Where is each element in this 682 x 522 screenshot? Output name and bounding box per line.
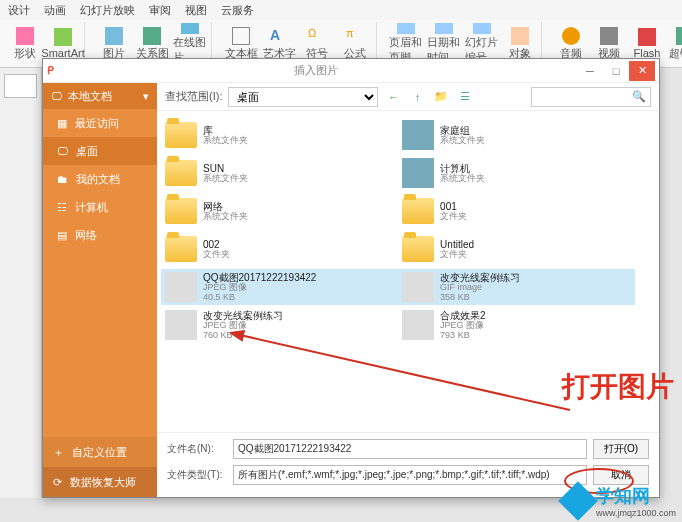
file-item[interactable]: 家庭组系统文件夹 xyxy=(398,117,635,153)
refresh-icon: ⟳ xyxy=(53,476,62,489)
app-logo-icon: ᑭ xyxy=(47,64,54,77)
file-name: Untitled xyxy=(440,239,474,250)
insert-picture-dialog: ᑭ 插入图片 ─ □ ✕ 🖵 本地文档 ▾ ▦最近访问 🖵桌面 🖿我的文档 ☷计… xyxy=(42,58,660,498)
search-input[interactable]: 🔍 xyxy=(531,87,651,107)
system-icon xyxy=(402,158,434,188)
header-icon xyxy=(397,23,415,34)
file-item[interactable]: 库系统文件夹 xyxy=(161,117,398,153)
folder-icon xyxy=(402,196,434,226)
slide-panel xyxy=(0,68,42,498)
file-item[interactable]: QQ截图20171222193422JPEG 图像40.5 KB xyxy=(161,269,398,305)
menu-item[interactable]: 视图 xyxy=(185,3,207,18)
shape-button[interactable]: 形状 xyxy=(8,23,42,65)
slidenum-icon xyxy=(473,23,491,34)
sidebar-item-computer[interactable]: ☷计算机 xyxy=(43,193,157,221)
scope-select[interactable]: 桌面 xyxy=(228,87,378,107)
video-icon xyxy=(600,27,618,45)
menu-item[interactable]: 动画 xyxy=(44,3,66,18)
file-item[interactable]: 合成效果2JPEG 图像793 KB xyxy=(398,307,635,343)
file-item[interactable]: 改变光线案例练习GIF image358 KB xyxy=(398,269,635,305)
maximize-button[interactable]: □ xyxy=(603,61,629,81)
sidebar-item-network[interactable]: ▤网络 xyxy=(43,221,157,249)
new-folder-button[interactable]: 📁 xyxy=(432,88,450,106)
file-name: 计算机 xyxy=(440,163,485,174)
annotation-circle xyxy=(564,468,634,494)
file-item[interactable]: 001文件夹 xyxy=(398,193,635,229)
filetype-field[interactable]: 所有图片(*.emf;*.wmf;*.jpg;*.jpeg;*.jpe;*.pn… xyxy=(233,465,587,485)
file-item[interactable]: 改变光线案例练习JPEG 图像760 KB xyxy=(161,307,398,343)
sidebar-item-recent[interactable]: ▦最近访问 xyxy=(43,109,157,137)
audio-icon xyxy=(562,27,580,45)
computer-icon: ☷ xyxy=(57,201,67,214)
menu-item[interactable]: 设计 xyxy=(8,3,30,18)
file-type-label: 系统文件夹 xyxy=(203,174,248,184)
flash-icon xyxy=(638,28,656,46)
sidebar-data-recovery[interactable]: ⟳数据恢复大师 xyxy=(43,467,157,497)
search-icon: 🔍 xyxy=(632,90,646,103)
image-thumbnail-icon xyxy=(402,272,434,302)
file-item[interactable]: 网络系统文件夹 xyxy=(161,193,398,229)
filename-label: 文件名(N): xyxy=(167,442,227,456)
file-size: 358 KB xyxy=(440,293,520,303)
file-item[interactable]: 计算机系统文件夹 xyxy=(398,155,635,191)
image-thumbnail-icon xyxy=(165,272,197,302)
dialog-sidebar: 🖵 本地文档 ▾ ▦最近访问 🖵桌面 🖿我的文档 ☷计算机 ▤网络 ＋自定义位置… xyxy=(43,83,157,497)
minimize-button[interactable]: ─ xyxy=(577,61,603,81)
hyperlink-button[interactable]: 超链接 xyxy=(668,23,682,65)
close-button[interactable]: ✕ xyxy=(629,61,655,81)
open-button[interactable]: 打开(O) xyxy=(593,439,649,459)
file-name: 改变光线案例练习 xyxy=(440,272,520,283)
file-item[interactable]: SUN系统文件夹 xyxy=(161,155,398,191)
view-button[interactable]: ☰ xyxy=(456,88,474,106)
monitor-icon: 🖵 xyxy=(51,90,62,102)
file-type-label: 系统文件夹 xyxy=(203,136,248,146)
dialog-main: 查找范围(I): 桌面 ← ↑ 📁 ☰ 🔍 库系统文件夹家庭组系统文件夹SUN系… xyxy=(157,83,659,497)
scope-label: 查找范围(I): xyxy=(165,89,222,104)
symbol-icon: Ω xyxy=(308,27,326,45)
dialog-title: 插入图片 xyxy=(54,63,577,78)
plus-icon: ＋ xyxy=(53,445,64,460)
file-type-label: 系统文件夹 xyxy=(440,136,485,146)
file-name: 改变光线案例练习 xyxy=(203,310,283,321)
textbox-icon xyxy=(232,27,250,45)
network-icon: ▤ xyxy=(57,229,67,242)
smartart-icon xyxy=(54,28,72,46)
menu-item[interactable]: 审阅 xyxy=(149,3,171,18)
folder-icon xyxy=(402,234,434,264)
sidebar-item-documents[interactable]: 🖿我的文档 xyxy=(43,165,157,193)
hyperlink-icon xyxy=(676,27,682,45)
picture-icon xyxy=(105,27,123,45)
image-thumbnail-icon xyxy=(402,310,434,340)
file-item[interactable]: Untitled文件夹 xyxy=(398,231,635,267)
file-size: 40.5 KB xyxy=(203,293,316,303)
menu-item[interactable]: 云服务 xyxy=(221,3,254,18)
filename-field[interactable]: QQ截图20171222193422 xyxy=(233,439,587,459)
file-item[interactable]: 002文件夹 xyxy=(161,231,398,267)
file-name: 家庭组 xyxy=(440,125,485,136)
file-type-label: 文件夹 xyxy=(440,212,467,222)
menu-item[interactable]: 幻灯片放映 xyxy=(80,3,135,18)
back-button[interactable]: ← xyxy=(384,88,402,106)
object-icon xyxy=(511,27,529,45)
file-list: 库系统文件夹家庭组系统文件夹SUN系统文件夹计算机系统文件夹网络系统文件夹001… xyxy=(157,111,659,432)
equation-icon: π xyxy=(346,27,364,45)
wordart-icon: A xyxy=(270,27,288,45)
file-type-label: 系统文件夹 xyxy=(203,212,248,222)
slide-thumbnail[interactable] xyxy=(4,74,37,98)
folder-icon xyxy=(165,196,197,226)
relation-icon xyxy=(143,27,161,45)
dialog-toolbar: 查找范围(I): 桌面 ← ↑ 📁 ☰ 🔍 xyxy=(157,83,659,111)
folder-icon xyxy=(165,234,197,264)
image-thumbnail-icon xyxy=(165,310,197,340)
file-type-label: 文件夹 xyxy=(440,250,474,260)
folder-icon xyxy=(165,120,197,150)
sidebar-item-desktop[interactable]: 🖵桌面 xyxy=(43,137,157,165)
sidebar-custom-location[interactable]: ＋自定义位置 xyxy=(43,437,157,467)
file-name: 网络 xyxy=(203,201,248,212)
online-pic-icon xyxy=(181,23,199,34)
file-name: 001 xyxy=(440,201,467,212)
chevron-down-icon[interactable]: ▾ xyxy=(143,90,149,103)
file-name: SUN xyxy=(203,163,248,174)
folder-icon: 🖿 xyxy=(57,173,68,185)
up-button[interactable]: ↑ xyxy=(408,88,426,106)
